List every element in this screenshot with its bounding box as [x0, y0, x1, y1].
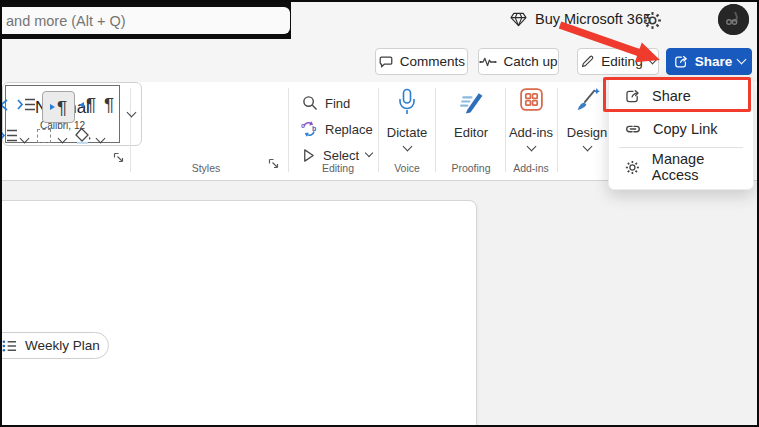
paragraph-dialog-launcher-icon[interactable]	[113, 152, 124, 163]
chevron-down-icon	[127, 107, 137, 117]
indent-icon[interactable]	[16, 97, 36, 112]
shading-bucket-icon[interactable]	[74, 127, 92, 144]
show-formatting-marks-button[interactable]: ¶	[104, 95, 114, 114]
group-divider	[130, 88, 131, 172]
find-magnifier-icon	[302, 95, 318, 111]
design-brush-icon	[574, 86, 601, 113]
menu-divider	[619, 147, 743, 148]
clipped-chevron-left-icon[interactable]	[0, 98, 10, 112]
svg-text:c: c	[301, 122, 305, 129]
menu-item-copy-link[interactable]: Copy Link	[609, 114, 753, 144]
group-divider	[288, 88, 289, 172]
find-button[interactable]: Find	[302, 92, 350, 114]
styles-group-label: Styles	[142, 162, 270, 174]
editor-pen-icon	[458, 88, 485, 115]
svg-text:b: b	[312, 125, 316, 132]
link-icon	[624, 120, 642, 138]
catch-up-pulse-icon	[479, 56, 497, 68]
menu-item-manage-access-label: Manage Access	[652, 151, 753, 183]
proofing-group-label: Proofing	[440, 162, 502, 174]
app-window: Buy Microsoft 365 Comments Catch up	[0, 0, 759, 427]
search-bar-zone	[2, 2, 291, 39]
gear-icon	[624, 159, 641, 176]
voice-group-label: Voice	[376, 162, 438, 174]
premium-diamond-icon	[510, 12, 527, 27]
comments-button[interactable]: Comments	[375, 48, 468, 75]
pilcrow-icon: ¶	[57, 98, 67, 117]
user-avatar[interactable]	[718, 4, 749, 35]
comment-bubble-icon	[378, 54, 394, 70]
menu-item-copy-link-label: Copy Link	[653, 121, 717, 137]
microphone-icon	[397, 88, 417, 118]
paragraph-ltr-button[interactable]: ¶	[42, 91, 75, 123]
editor-label: Editor	[440, 125, 502, 140]
weekly-plan-label: Weekly Plan	[25, 338, 100, 353]
editing-group-label: Editing	[298, 162, 378, 174]
find-label: Find	[325, 96, 350, 111]
select-pointer-icon	[301, 147, 316, 163]
chevron-down-icon	[737, 55, 747, 65]
replace-label: Replace	[325, 122, 373, 137]
select-label: Select	[323, 148, 359, 163]
weekly-plan-tag[interactable]: Weekly Plan	[0, 332, 109, 359]
add-ins-grid-icon	[518, 86, 545, 113]
add-ins-group-label: Add-ins	[500, 162, 562, 174]
share-icon	[673, 54, 689, 70]
chevron-down-icon	[583, 142, 593, 152]
replace-button[interactable]: b c Replace	[300, 118, 373, 140]
add-ins-label: Add-ins	[500, 125, 562, 140]
ltr-arrow-icon	[50, 104, 55, 110]
avatar-figure-icon	[718, 4, 749, 35]
borders-icon[interactable]	[37, 129, 51, 143]
pilcrow-icon: ¶	[104, 95, 114, 114]
pilcrow-icon: ¶	[86, 95, 96, 114]
annotation-highlight-box	[603, 77, 751, 112]
paragraph-rtl-button[interactable]: ¶	[79, 95, 96, 114]
line-spacing-icon[interactable]	[0, 128, 18, 143]
chevron-down-icon	[527, 142, 537, 152]
task-list-icon	[2, 339, 17, 353]
styles-dialog-launcher-icon[interactable]	[268, 158, 279, 169]
share-label: Share	[695, 54, 733, 69]
styles-gallery-expander[interactable]	[122, 83, 141, 145]
document-page[interactable]: Weekly Plan	[0, 200, 477, 427]
comments-label: Comments	[400, 54, 465, 69]
document-canvas: Weekly Plan	[2, 181, 757, 424]
dictate-label: Dictate	[376, 125, 438, 140]
chevron-down-icon	[365, 149, 373, 157]
replace-icon: b c	[300, 120, 318, 138]
group-divider	[435, 88, 436, 172]
menu-item-manage-access[interactable]: Manage Access	[609, 152, 753, 182]
annotation-arrow	[540, 15, 670, 70]
share-button[interactable]: Share	[666, 48, 752, 75]
chevron-down-icon	[403, 142, 413, 152]
search-input[interactable]	[0, 7, 290, 34]
rtl-arrow-icon	[79, 102, 84, 108]
